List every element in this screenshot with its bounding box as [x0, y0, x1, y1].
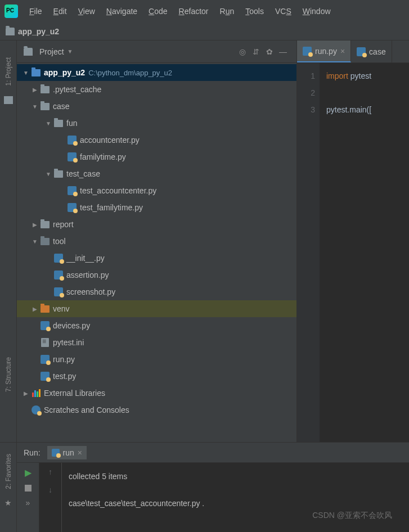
editor-tab-case[interactable]: case — [351, 40, 392, 62]
editor-tabs: run.py × case — [297, 40, 409, 63]
tree-node-screenshot-py[interactable]: screenshot.py — [17, 283, 296, 300]
scratch-icon — [32, 405, 41, 414]
tree-node-assertion-py[interactable]: assertion.py — [17, 267, 296, 283]
tree-node-familytime-py[interactable]: familytime.py — [17, 148, 296, 165]
tree-node-accountcenter-py[interactable]: accountcenter.py — [17, 132, 296, 148]
tree-node-label: devices.py — [53, 321, 90, 330]
folder-icon — [41, 305, 50, 313]
run-config-tab[interactable]: run × — [47, 446, 87, 459]
stop-icon[interactable] — [25, 485, 32, 492]
chevron-down-icon[interactable] — [44, 171, 53, 177]
code-editor[interactable]: import pytest pytest.main([ — [320, 63, 409, 442]
chevron-down-icon: ▼ — [68, 48, 73, 55]
folder-icon — [24, 48, 33, 56]
chevron-right-icon[interactable] — [30, 306, 39, 312]
tree-node-test-py[interactable]: test.py — [17, 368, 296, 385]
sidebar-tab-favorites[interactable]: 2: Favorites — [5, 448, 12, 495]
python-file-icon — [54, 287, 63, 296]
menu-refactor[interactable]: Refactor — [174, 4, 213, 18]
tool-window-bar-left: 1: Project 7: Structure — [0, 40, 17, 442]
tree-node-label: familytime.py — [80, 152, 126, 161]
menu-vcs[interactable]: VCS — [271, 4, 296, 18]
folder-icon — [54, 170, 63, 178]
tree-node-label: assertion.py — [66, 270, 109, 279]
tree-node-label: accountcenter.py — [80, 136, 140, 145]
tree-root[interactable]: app_py_u2 C:\python_dm\app_py_u2 — [17, 64, 296, 81]
config-file-icon — [41, 338, 49, 347]
python-file-icon — [68, 203, 77, 212]
folder-icon — [4, 96, 13, 104]
tree-scratches[interactable]: Scratches and Consoles — [17, 402, 296, 418]
tree-node-venv[interactable]: venv — [17, 300, 296, 317]
tree-node-label: case — [53, 102, 70, 111]
tree-node-label: test_case — [66, 169, 100, 178]
chevron-down-icon[interactable] — [21, 70, 30, 76]
tree-node-label: screenshot.py — [66, 287, 115, 296]
tree-node-pytest-ini[interactable]: pytest.ini — [17, 334, 296, 351]
tree-node-tool[interactable]: tool — [17, 233, 296, 250]
menu-run[interactable]: Run — [215, 4, 239, 18]
menu-navigate[interactable]: Navigate — [102, 4, 142, 18]
gear-icon[interactable]: ✿ — [263, 45, 276, 58]
menu-tools[interactable]: Tools — [241, 4, 268, 18]
python-file-icon — [41, 321, 50, 330]
chevron-down-icon[interactable] — [30, 238, 39, 245]
run-controls: ▶ » — [17, 463, 39, 532]
python-file-icon — [41, 372, 50, 381]
chevron-right-icon[interactable] — [21, 390, 30, 396]
project-panel-title[interactable]: Project ▼ — [24, 47, 73, 56]
tree-node-fun[interactable]: fun — [17, 115, 296, 132]
expand-all-icon[interactable]: ⇵ — [249, 45, 263, 58]
menu-edit[interactable]: Edit — [49, 4, 71, 18]
locate-icon[interactable]: ◎ — [236, 45, 249, 58]
sidebar-tab-project[interactable]: 1: Project — [5, 52, 12, 92]
down-icon[interactable]: ↓ — [48, 485, 52, 494]
menu-code[interactable]: Code — [144, 4, 172, 18]
tree-node-label: test.py — [53, 372, 76, 381]
tree-node--pytest-cache[interactable]: .pytest_cache — [17, 81, 296, 98]
chevron-down-icon[interactable] — [30, 103, 39, 110]
breadcrumb-project[interactable]: app_py_u2 — [18, 27, 59, 36]
project-tool-window: Project ▼ ◎ ⇵ ✿ — app_py_u2 C:\python_dm… — [17, 40, 296, 442]
project-panel-header: Project ▼ ◎ ⇵ ✿ — — [17, 40, 296, 63]
python-file-icon — [357, 47, 366, 56]
tree-node-test-accountcenter-py[interactable]: test_accountcenter.py — [17, 182, 296, 199]
star-icon: ★ — [5, 498, 12, 507]
tree-node-case[interactable]: case — [17, 98, 296, 115]
tree-node-test-familytime-py[interactable]: test_familytime.py — [17, 199, 296, 216]
tree-external-libraries[interactable]: External Libraries — [17, 385, 296, 402]
close-icon[interactable]: × — [340, 47, 345, 56]
close-icon[interactable]: × — [78, 448, 82, 457]
python-file-icon — [54, 254, 63, 263]
tree-node-run-py[interactable]: run.py — [17, 351, 296, 368]
folder-icon — [41, 103, 50, 110]
chevrons-icon[interactable]: » — [26, 498, 30, 507]
tree-node-devices-py[interactable]: devices.py — [17, 317, 296, 334]
tree-node-label: test_familytime.py — [80, 203, 143, 212]
up-icon[interactable]: ↑ — [48, 467, 52, 476]
run-title: Run: — [24, 448, 41, 457]
minimize-icon[interactable]: — — [276, 45, 290, 58]
tree-node-report[interactable]: report — [17, 216, 296, 233]
library-icon — [32, 389, 41, 397]
chevron-down-icon[interactable] — [44, 120, 53, 127]
folder-icon — [41, 238, 50, 245]
tree-node-label: tool — [53, 237, 66, 246]
tree-node-test-case[interactable]: test_case — [17, 165, 296, 182]
chevron-right-icon[interactable] — [30, 87, 39, 93]
tree-node-label: run.py — [53, 355, 75, 364]
tree-node---init---py[interactable]: __init__.py — [17, 250, 296, 267]
menu-window[interactable]: Window — [298, 4, 335, 18]
tree-node-label: pytest.ini — [53, 338, 84, 347]
menu-view[interactable]: View — [74, 4, 100, 18]
tree-node-label: test_accountcenter.py — [80, 186, 156, 195]
sidebar-tab-structure[interactable]: 7: Structure — [5, 351, 12, 398]
editor-tab-run[interactable]: run.py × — [297, 40, 351, 62]
console-output[interactable]: collected 5 items case\test_case\test_ac… — [62, 463, 409, 532]
run-nav: ↑ ↓ — [39, 463, 62, 532]
menu-file[interactable]: File — [25, 4, 47, 18]
project-tree: app_py_u2 C:\python_dm\app_py_u2 .pytest… — [17, 63, 296, 442]
chevron-right-icon[interactable] — [30, 222, 39, 228]
tree-node-label: report — [53, 220, 74, 229]
rerun-icon[interactable]: ▶ — [25, 467, 32, 478]
